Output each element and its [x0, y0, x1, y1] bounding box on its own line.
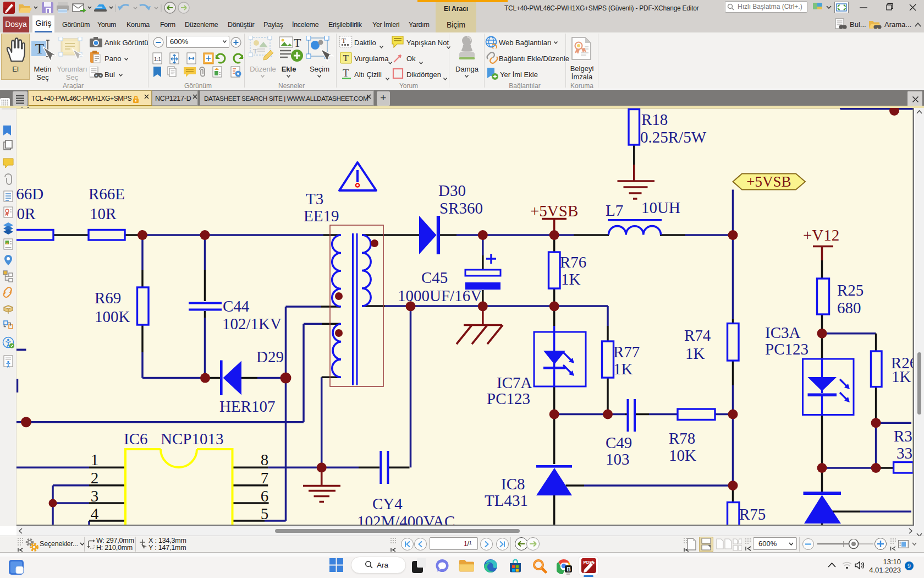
svg-text:Arama...: Arama...: [884, 20, 911, 29]
svg-text:R66D: R66D: [16, 185, 43, 203]
svg-text:D29: D29: [256, 348, 284, 366]
svg-text:T: T: [342, 36, 346, 45]
svg-text:10R: 10R: [90, 205, 117, 222]
svg-text:Bul...: Bul...: [850, 20, 866, 29]
svg-text:C45: C45: [421, 269, 448, 286]
svg-text:0.25R/5W: 0.25R/5W: [640, 128, 707, 146]
svg-text:10K: 10K: [669, 446, 696, 464]
svg-text:1K: 1K: [613, 360, 633, 378]
svg-text:1K: 1K: [892, 368, 911, 385]
svg-text:CY4: CY4: [372, 495, 403, 512]
svg-text:T: T: [294, 36, 301, 50]
svg-text:TL431: TL431: [485, 492, 528, 509]
svg-text:+V12: +V12: [803, 226, 839, 244]
svg-text:102M/400VAC: 102M/400VAC: [357, 512, 455, 526]
svg-text:8: 8: [261, 451, 269, 468]
svg-text:6: 6: [261, 487, 269, 505]
svg-text:IC6: IC6: [124, 430, 148, 448]
svg-text:IC7A: IC7A: [497, 374, 532, 391]
svg-text:103: 103: [606, 450, 630, 468]
svg-text:5: 5: [261, 505, 269, 522]
svg-text:1K: 1K: [685, 345, 705, 362]
svg-text:R75: R75: [739, 505, 766, 523]
svg-text:R18: R18: [641, 111, 668, 128]
svg-text:EE19: EE19: [304, 207, 339, 225]
svg-text:3: 3: [91, 487, 99, 505]
svg-text:NCP1013: NCP1013: [161, 430, 223, 448]
svg-text:33K: 33K: [897, 444, 914, 462]
svg-text:4: 4: [91, 505, 99, 522]
svg-text:R66E: R66E: [89, 185, 125, 203]
svg-text:T: T: [35, 41, 44, 57]
svg-text:1K: 1K: [561, 270, 581, 288]
svg-text:SR360: SR360: [439, 199, 483, 217]
svg-text:2: 2: [91, 469, 99, 487]
svg-text:+5VSB: +5VSB: [746, 173, 791, 190]
svg-text:102/1KV: 102/1KV: [222, 315, 282, 332]
svg-text:PC123: PC123: [765, 340, 809, 358]
svg-text:100K: 100K: [95, 308, 130, 325]
svg-text:680: 680: [837, 299, 861, 317]
svg-text:C44: C44: [223, 297, 250, 315]
svg-text:B: B: [567, 566, 571, 572]
svg-text:1000UF/16V: 1000UF/16V: [398, 287, 482, 304]
svg-text:7: 7: [261, 469, 269, 487]
svg-text:IC8: IC8: [501, 475, 525, 493]
svg-text:R32: R32: [894, 427, 914, 445]
svg-text:PC123: PC123: [487, 390, 530, 407]
svg-text:HER107: HER107: [219, 397, 276, 415]
svg-text:10UH: 10UH: [641, 199, 680, 216]
svg-text:T: T: [343, 53, 349, 63]
svg-text:T: T: [343, 68, 349, 79]
svg-text:R76: R76: [560, 253, 586, 271]
svg-text:R77: R77: [613, 343, 640, 361]
svg-text:C49: C49: [606, 434, 632, 451]
svg-text:10R: 10R: [16, 205, 36, 222]
svg-text:1: 1: [91, 451, 99, 468]
svg-text:R74: R74: [684, 326, 711, 344]
svg-text:R78: R78: [669, 429, 695, 447]
svg-text:IC3A: IC3A: [765, 324, 801, 341]
svg-text:T: T: [253, 47, 257, 55]
svg-text:+5VSB: +5VSB: [530, 202, 578, 220]
svg-text:R25: R25: [837, 281, 864, 299]
svg-text:1:1: 1:1: [154, 56, 161, 62]
svg-text:D30: D30: [438, 182, 466, 199]
svg-text:T3: T3: [306, 190, 323, 208]
svg-text:L7: L7: [606, 201, 623, 219]
svg-text:R69: R69: [95, 289, 121, 307]
